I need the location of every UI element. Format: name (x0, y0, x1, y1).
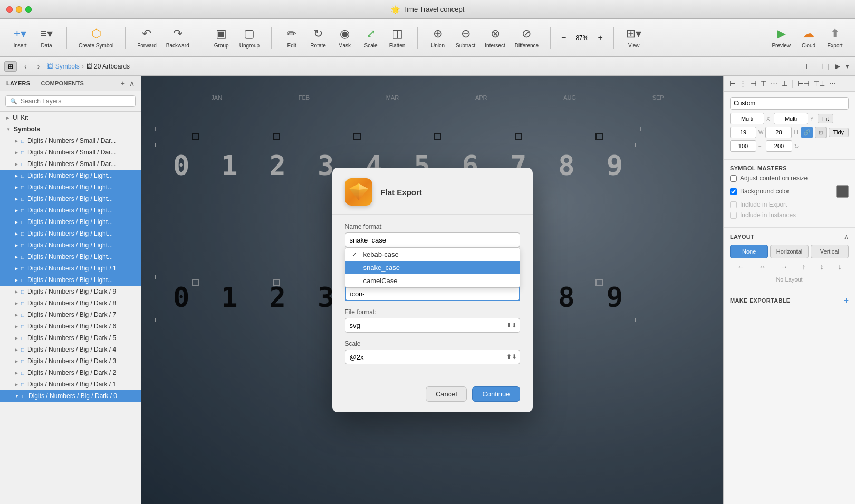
zoom-in-button[interactable]: + (593, 31, 607, 45)
zoom-out-button[interactable]: − (557, 31, 570, 45)
list-item[interactable]: ▶ □ Digits / Numbers / Big / Dark / 3 (0, 355, 141, 367)
option-camel-case-item[interactable]: camelCase (345, 274, 520, 287)
align-center-h-btn[interactable]: ⋮ (738, 78, 748, 89)
aspect-lock-button[interactable]: 🔗 (801, 127, 813, 138)
list-item[interactable]: ▶ □ Digits / Numbers / Big / Dark / 4 (0, 344, 141, 355)
edit-button[interactable]: ✏ Edit (279, 23, 304, 53)
preset-select[interactable]: Custom (730, 97, 849, 110)
breadcrumb-symbols[interactable]: 🖼 Symbols (47, 63, 79, 70)
w-input[interactable] (730, 127, 756, 138)
scale-button[interactable]: ⤢ Scale (358, 23, 383, 53)
h-input[interactable] (765, 127, 792, 138)
subtract-button[interactable]: ⊖ Subtract (451, 23, 479, 53)
include-export-checkbox[interactable] (730, 201, 737, 208)
align-right-btn[interactable]: ⊣ (749, 78, 758, 89)
arrow-down-button[interactable]: ↓ (838, 263, 842, 271)
x-input[interactable] (730, 113, 764, 124)
align-bottom-btn[interactable]: ⊥ (780, 78, 789, 89)
align-center-v-btn[interactable]: ⋯ (769, 78, 779, 89)
add-exportable-button[interactable]: + (844, 296, 849, 305)
list-item[interactable]: ▶ □ Digits / Numbers / Big / Dark / 9 (0, 286, 141, 297)
dropdown-arrow-button[interactable]: ▾ (844, 61, 851, 72)
preview-button[interactable]: ▶ Preview (767, 23, 795, 53)
scale-select[interactable]: @1x @2x @3x (345, 350, 520, 364)
grid-view-button[interactable]: ⊞ (4, 61, 17, 72)
sidebar-group-ui-kit[interactable]: ▶ UI Kit (0, 112, 141, 123)
bg-color-checkbox[interactable] (730, 188, 737, 195)
cloud-button[interactable]: ☁ Cloud (796, 23, 821, 53)
list-item[interactable]: ▶ □ Digits / Numbers / Big / Dark / 5 (0, 332, 141, 344)
include-instances-checkbox[interactable] (730, 212, 737, 219)
list-item[interactable]: ▼ □ Digits / Numbers / Big / Dark / 0 (0, 390, 141, 402)
search-input[interactable] (21, 98, 131, 105)
color-swatch[interactable] (836, 185, 849, 198)
align-center-button[interactable]: ⊣ (815, 61, 824, 72)
list-item[interactable]: ▶ □ Digits / Numbers / Big / Dark / 7 (0, 309, 141, 321)
canvas-area[interactable]: JAN FEB MAR APR AUG SEP 0 1 2 3 4 5 6 7 (141, 76, 723, 504)
arrow-center-h-button[interactable]: ↔ (759, 263, 766, 271)
export-button[interactable]: ⬆ Export (822, 23, 848, 53)
layout-collapse-button[interactable]: ∧ (844, 233, 849, 240)
list-item[interactable]: ▶ □ Digits / Numbers / Big / Light... (0, 193, 141, 205)
mask-button[interactable]: ◉ Mask (332, 23, 357, 53)
sidebar-tab-layers[interactable]: LAYERS (6, 80, 30, 86)
align-left-btn[interactable]: ⊢ (728, 78, 737, 89)
distribute-button[interactable]: ▶ (833, 61, 842, 72)
ungroup-button[interactable]: ▢ Ungroup (235, 23, 264, 53)
align-right-button[interactable]: | (827, 61, 831, 72)
adjust-content-checkbox[interactable] (730, 175, 737, 182)
align-top-btn[interactable]: ⊤ (759, 78, 768, 89)
collapse-sidebar-button[interactable]: ∧ (129, 79, 135, 88)
add-layer-button[interactable]: + (121, 79, 125, 88)
layout-none-button[interactable]: None (730, 245, 768, 258)
backward-button[interactable]: ↷ Backward (162, 23, 194, 53)
tidy-button[interactable]: Tidy (829, 128, 849, 137)
more-btn[interactable]: ⋯ (828, 78, 838, 89)
list-item[interactable]: ▶ □ Digits / Numbers / Big / Light... (0, 274, 141, 286)
minimize-button[interactable] (16, 6, 22, 13)
arrow-right-button[interactable]: → (781, 263, 788, 271)
create-symbol-button[interactable]: ⬡ Create Symbol (74, 23, 118, 53)
arrow-up-button[interactable]: ↑ (802, 263, 806, 271)
forward-button[interactable]: ↶ Forward (133, 23, 161, 53)
union-button[interactable]: ⊕ Union (425, 23, 450, 53)
align-left-button[interactable]: ⊢ (804, 61, 813, 72)
option-kebab-case-item[interactable]: ✓ kebab-case (345, 248, 520, 261)
layout-horizontal-button[interactable]: Horizontal (770, 245, 808, 258)
group-button[interactable]: ▣ Group (209, 23, 234, 53)
list-item[interactable]: ▶ □ Digits / Numbers / Big / Light... (0, 216, 141, 228)
continue-button[interactable]: Continue (472, 386, 520, 402)
name-prefix-input[interactable] (345, 286, 520, 301)
view-button[interactable]: ⊞▾ View (621, 23, 647, 53)
list-item[interactable]: ▶ □ Digits / Numbers / Big / Dark / 8 (0, 297, 141, 309)
list-item[interactable]: ▶ □ Digits / Numbers / Big / Light... (0, 181, 141, 193)
list-item[interactable]: ▶ □ Digits / Numbers / Big / Dark / 1 (0, 379, 141, 390)
intersect-button[interactable]: ⊗ Intersect (481, 23, 509, 53)
cancel-button[interactable]: Cancel (426, 386, 467, 402)
list-item[interactable]: ▶ □ Digits / Numbers / Big / Light / 1 (0, 263, 141, 274)
list-item[interactable]: ▶ □ Digits / Numbers / Big / Light... (0, 170, 141, 181)
list-item[interactable]: ▶ □ Digits / Numbers / Big / Light... (0, 239, 141, 251)
close-button[interactable] (6, 6, 13, 13)
flatten-button[interactable]: ◫ Flatten (385, 23, 410, 53)
list-item[interactable]: ▶ □ Digits / Numbers / Small / Dar... (0, 158, 141, 170)
dist-v-btn[interactable]: ⊤⊥ (812, 78, 827, 89)
nav-prev-button[interactable]: ‹ (21, 61, 30, 72)
dist-h-btn[interactable]: ⊢⊣ (796, 78, 811, 89)
list-item[interactable]: ▶ □ Digits / Numbers / Big / Dark / 2 (0, 367, 141, 379)
list-item[interactable]: ▶ □ Digits / Numbers / Small / Dar... (0, 135, 141, 147)
y2-input[interactable] (766, 140, 792, 152)
data-button[interactable]: ≡▾ Data (34, 23, 59, 53)
y-input[interactable] (774, 113, 808, 124)
option-snake-case-item[interactable]: snake_case (345, 261, 520, 274)
insert-button[interactable]: +▾ Insert (7, 23, 33, 53)
list-item[interactable]: ▶ □ Digits / Numbers / Big / Light... (0, 251, 141, 263)
sidebar-tab-components[interactable]: COMPONENTS (41, 80, 84, 86)
list-item[interactable]: ▶ □ Digits / Numbers / Big / Light... (0, 228, 141, 239)
sidebar-group-symbols[interactable]: ▼ Symbols (0, 123, 141, 135)
fit-button[interactable]: Fit (818, 114, 833, 123)
arrow-left-button[interactable]: ← (737, 263, 745, 271)
name-format-select[interactable]: snake_case kebab-case camelCase (345, 232, 520, 247)
resize-mode-button[interactable]: ⊡ (815, 127, 827, 138)
list-item[interactable]: ▶ □ Digits / Numbers / Big / Dark / 6 (0, 321, 141, 332)
